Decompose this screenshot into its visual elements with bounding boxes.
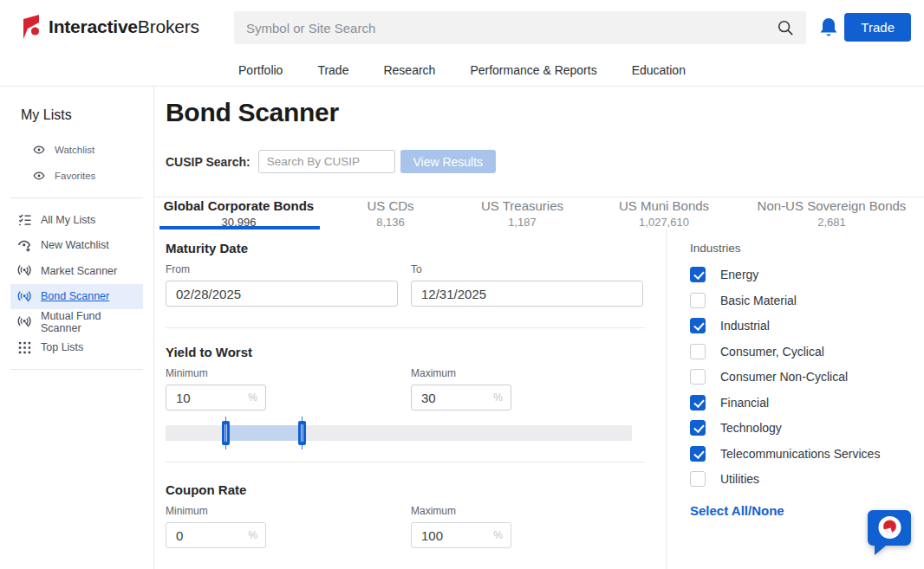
- maturity-to-input[interactable]: [411, 281, 643, 307]
- checkbox[interactable]: [690, 369, 706, 385]
- nav-item-performance-reports[interactable]: Performance & Reports: [470, 63, 596, 77]
- checkbox[interactable]: [690, 420, 706, 436]
- checkbox[interactable]: [690, 267, 706, 282]
- trade-button[interactable]: Trade: [844, 13, 911, 42]
- sidebar-item-favorites[interactable]: Favorites: [10, 163, 143, 189]
- cusip-search-row: CUSIP Search: View Results: [166, 150, 924, 173]
- industry-label: Utilities: [720, 472, 759, 486]
- sidebar-title: My Lists: [21, 107, 153, 123]
- sidebar-item-all-my-lists[interactable]: All My Lists: [10, 207, 143, 233]
- scanner-icon: [17, 263, 32, 278]
- checkbox[interactable]: [690, 293, 706, 308]
- industry-label: Basic Material: [720, 294, 797, 307]
- yield-to-worst-heading: Yield to Worst: [166, 345, 645, 359]
- industries-list: EnergyBasic MaterialIndustrialConsumer, …: [690, 267, 924, 487]
- sidebar-item-label: Top Lists: [41, 341, 83, 353]
- nav-item-trade[interactable]: Trade: [317, 63, 348, 77]
- slider-min-handle[interactable]: [222, 421, 230, 445]
- tab-count: 30,996: [222, 216, 257, 229]
- sidebar-item-watchlist[interactable]: Watchlist: [10, 137, 143, 163]
- sidebar-item-label: Bond Scanner: [41, 290, 109, 302]
- tab-us-cds[interactable]: US CDs8,136: [323, 197, 458, 230]
- main-content: Bond Scanner CUSIP Search: View Results …: [154, 87, 924, 569]
- tab-label: US Muni Bonds: [619, 198, 709, 213]
- yield-range-slider[interactable]: [166, 425, 632, 441]
- view-results-button[interactable]: View Results: [400, 150, 496, 173]
- top-header: InteractiveBrokers Trade: [0, 0, 924, 54]
- coupon-min-label: Minimum: [166, 505, 398, 517]
- yield-max-label: Maximum: [411, 367, 645, 379]
- coupon-min-input[interactable]: [166, 522, 266, 548]
- coupon-max-label: Maximum: [411, 505, 645, 517]
- nav-item-portfolio[interactable]: Portfolio: [238, 63, 283, 77]
- checklist-icon: [17, 212, 32, 227]
- maturity-from-label: From: [166, 263, 398, 275]
- cusip-search-label: CUSIP Search:: [166, 155, 251, 169]
- eye-plus-icon: [17, 238, 32, 253]
- nav-item-education[interactable]: Education: [632, 63, 686, 77]
- coupon-max-input[interactable]: [411, 522, 511, 548]
- interactive-brokers-logo[interactable]: InteractiveBrokers: [21, 14, 199, 40]
- coupon-rate-heading: Coupon Rate: [166, 482, 645, 497]
- cusip-search-input[interactable]: [258, 150, 395, 173]
- industry-option-consumer-cyclical[interactable]: Consumer, Cyclical: [690, 344, 924, 359]
- sidebar-item-top-lists[interactable]: Top Lists: [10, 335, 143, 361]
- industry-option-telecommunications-services[interactable]: Telecommunications Services: [690, 446, 924, 462]
- industry-label: Financial: [720, 396, 769, 410]
- search-input[interactable]: [234, 21, 777, 36]
- tab-global-corporate-bonds[interactable]: Global Corporate Bonds30,996: [154, 197, 323, 230]
- tab-count: 1,027,610: [639, 216, 689, 229]
- slider-max-handle[interactable]: [298, 421, 306, 445]
- industry-option-energy[interactable]: Energy: [690, 267, 924, 282]
- sidebar-item-label: Mutual Fund Scanner: [41, 310, 143, 334]
- industry-option-financial[interactable]: Financial: [690, 395, 924, 411]
- tab-label: Global Corporate Bonds: [164, 198, 314, 213]
- industry-label: Energy: [720, 268, 758, 281]
- sidebar-item-market-scanner[interactable]: Market Scanner: [10, 258, 143, 284]
- sidebar-item-bond-scanner[interactable]: Bond Scanner: [10, 284, 143, 310]
- scanner-icon: [17, 289, 32, 304]
- industry-option-industrial[interactable]: Industrial: [690, 318, 924, 333]
- bond-scanner-page: InteractiveBrokers Trade PortfolioTradeR…: [0, 0, 924, 569]
- page-title: Bond Scanner: [166, 98, 924, 127]
- yield-min-label: Minimum: [166, 367, 398, 379]
- yield-min-input[interactable]: [166, 385, 266, 411]
- tab-non-us-sovereign-bonds[interactable]: Non-US Sovereign Bonds2,681: [741, 197, 922, 230]
- sidebar: My Lists WatchlistFavorites All My Lists…: [0, 87, 154, 569]
- select-all-none-link[interactable]: Select All/None: [690, 503, 784, 518]
- eye-icon: [33, 144, 45, 156]
- slider-selected-range: [226, 425, 303, 441]
- maturity-date-heading: Maturity Date: [166, 241, 645, 255]
- tab-count: 8,136: [376, 216, 405, 229]
- chat-support-bubble-icon[interactable]: [864, 508, 914, 558]
- search-icon[interactable]: [777, 19, 794, 36]
- checkbox[interactable]: [690, 446, 706, 462]
- industry-label: Consumer, Cyclical: [720, 345, 824, 359]
- checkbox[interactable]: [690, 344, 706, 359]
- checkbox[interactable]: [690, 471, 706, 487]
- watch-list: WatchlistFavorites: [0, 137, 153, 189]
- industry-label: Technology: [720, 421, 782, 435]
- industry-option-consumer-non-cyclical[interactable]: Consumer Non-Cyclical: [690, 369, 924, 385]
- main-navigation: PortfolioTradeResearchPerformance & Repo…: [0, 54, 924, 87]
- industry-option-technology[interactable]: Technology: [690, 420, 924, 436]
- sidebar-item-new-watchlist[interactable]: New Watchlist: [10, 233, 143, 259]
- site-search: [234, 11, 806, 44]
- tab-us-muni-bonds[interactable]: US Muni Bonds1,027,610: [587, 197, 741, 230]
- tab-us-treasuries[interactable]: US Treasuries1,187: [458, 197, 587, 230]
- maturity-from-input[interactable]: [166, 281, 398, 307]
- industry-option-utilities[interactable]: Utilities: [690, 471, 924, 487]
- industry-label: Consumer Non-Cyclical: [720, 370, 848, 384]
- sidebar-item-label: Market Scanner: [41, 265, 117, 277]
- maturity-to-label: To: [411, 263, 645, 275]
- industry-option-basic-material[interactable]: Basic Material: [690, 293, 924, 308]
- bond-category-tabs: Global Corporate Bonds30,996US CDs8,136U…: [154, 197, 924, 230]
- checkbox[interactable]: [690, 395, 706, 411]
- sidebar-item-mutual-fund-scanner[interactable]: Mutual Fund Scanner: [10, 309, 143, 335]
- yield-max-input[interactable]: [411, 385, 511, 411]
- checkbox[interactable]: [690, 318, 706, 333]
- grid-icon: [17, 340, 32, 355]
- notifications-bell-icon[interactable]: [818, 16, 839, 39]
- maturity-date-section: Maturity Date From To: [166, 230, 645, 328]
- nav-item-research[interactable]: Research: [383, 63, 435, 77]
